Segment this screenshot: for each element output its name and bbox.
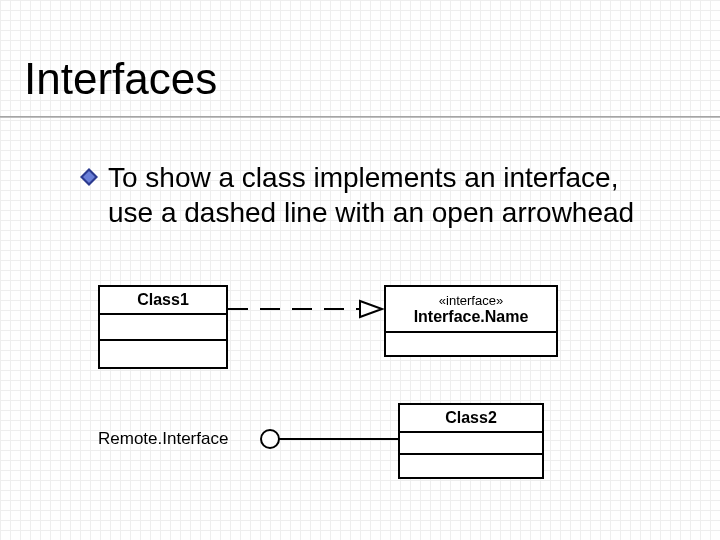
lollipop-connector	[258, 425, 400, 455]
realization-arrow	[228, 297, 388, 327]
diamond-bullet-icon	[80, 168, 98, 186]
class1-attributes	[100, 315, 226, 341]
uml-diagram: Class1 «interface» Interface.Name Class2…	[98, 285, 608, 515]
class2-operations	[400, 455, 542, 477]
uml-class-class1: Class1	[98, 285, 228, 369]
interface-stereotype: «interface»	[439, 293, 503, 308]
class2-name: Class2	[445, 409, 497, 427]
interface-name: Interface.Name	[414, 308, 529, 326]
interface-operations	[386, 333, 556, 355]
page-title: Interfaces	[24, 54, 217, 104]
svg-marker-3	[360, 301, 382, 317]
class1-operations	[100, 341, 226, 367]
title-underline	[0, 116, 720, 118]
remote-interface-label: Remote.Interface	[98, 429, 228, 449]
bullet-text: To show a class implements an interface,…	[108, 160, 670, 230]
uml-class-class2: Class2	[398, 403, 544, 479]
class1-name: Class1	[137, 291, 189, 309]
class2-attributes	[400, 433, 542, 455]
svg-point-4	[261, 430, 279, 448]
uml-interface: «interface» Interface.Name	[384, 285, 558, 357]
bullet-item: To show a class implements an interface,…	[80, 160, 670, 230]
